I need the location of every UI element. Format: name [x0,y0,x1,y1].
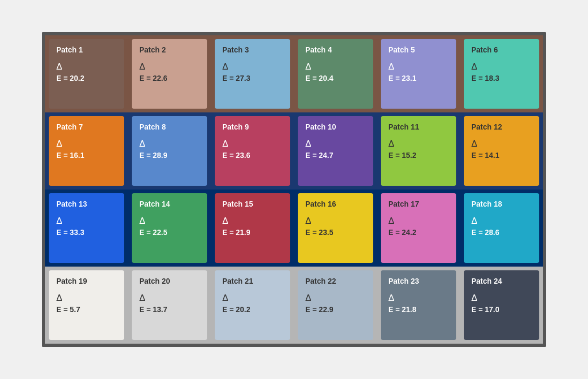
patch-card-20: Patch 20ΔE = 13.7 [132,270,207,340]
patch-name-12: Patch 12 [471,123,532,131]
patch-energy-9: E = 23.6 [222,151,283,160]
patch-name-23: Patch 23 [388,277,449,285]
patch-energy-23: E = 21.8 [388,305,449,314]
patch-cell-20: Patch 20ΔE = 13.7 [128,267,211,344]
patch-cell-17: Patch 17ΔE = 24.2 [377,190,460,267]
patch-card-22: Patch 22ΔE = 22.9 [298,270,373,340]
patch-card-7: Patch 7ΔE = 16.1 [49,116,124,186]
patch-cell-21: Patch 21ΔE = 20.2 [211,267,294,344]
patch-energy-12: E = 14.1 [471,151,532,160]
patch-row-4: Patch 19ΔE = 5.7Patch 20ΔE = 13.7Patch 2… [45,267,543,344]
patch-card-19: Patch 19ΔE = 5.7 [49,270,124,340]
patch-name-19: Patch 19 [56,277,117,285]
patch-energy-10: E = 24.7 [305,151,366,160]
patch-energy-6: E = 18.3 [471,74,532,82]
patch-delta-17: Δ [388,216,449,226]
patch-card-18: Patch 18ΔE = 28.6 [464,193,539,263]
patch-delta-9: Δ [222,139,283,149]
patch-card-1: Patch 1ΔE = 20.2 [49,39,124,109]
patch-delta-12: Δ [471,139,532,149]
patch-delta-6: Δ [471,62,532,72]
patch-energy-20: E = 13.7 [139,305,200,314]
patch-cell-2: Patch 2ΔE = 22.6 [128,35,211,112]
patch-cell-22: Patch 22ΔE = 22.9 [294,267,377,344]
patch-name-6: Patch 6 [471,46,532,54]
patch-delta-11: Δ [388,139,449,149]
patch-delta-21: Δ [222,293,283,304]
patch-cell-15: Patch 15ΔE = 21.9 [211,190,294,267]
patch-energy-15: E = 21.9 [222,228,283,237]
patch-name-17: Patch 17 [388,200,449,208]
patch-card-5: Patch 5ΔE = 23.1 [381,39,456,109]
patch-energy-17: E = 24.2 [388,228,449,237]
patch-card-11: Patch 11ΔE = 15.2 [381,116,456,186]
patch-cell-14: Patch 14ΔE = 22.5 [128,190,211,267]
patch-energy-5: E = 23.1 [388,74,449,82]
patch-name-24: Patch 24 [471,277,532,285]
patch-cell-11: Patch 11ΔE = 15.2 [377,112,460,190]
patch-cell-19: Patch 19ΔE = 5.7 [45,267,128,344]
patch-row-2: Patch 7ΔE = 16.1Patch 8ΔE = 28.9Patch 9Δ… [45,112,543,190]
patch-delta-4: Δ [305,62,366,72]
patch-row-1: Patch 1ΔE = 20.2Patch 2ΔE = 22.6Patch 3Δ… [45,35,543,112]
patch-card-2: Patch 2ΔE = 22.6 [132,39,207,109]
patch-card-14: Patch 14ΔE = 22.5 [132,193,207,263]
patch-name-3: Patch 3 [222,46,283,54]
patch-cell-23: Patch 23ΔE = 21.8 [377,267,460,344]
patch-energy-16: E = 23.5 [305,228,366,237]
patch-name-10: Patch 10 [305,123,366,131]
patch-card-16: Patch 16ΔE = 23.5 [298,193,373,263]
patch-cell-7: Patch 7ΔE = 16.1 [45,112,128,190]
patch-name-7: Patch 7 [56,123,117,131]
patch-name-14: Patch 14 [139,200,200,208]
patch-delta-24: Δ [471,293,532,304]
patch-cell-18: Patch 18ΔE = 28.6 [460,190,543,267]
patch-name-11: Patch 11 [388,123,449,131]
patch-delta-2: Δ [139,62,200,72]
patch-name-22: Patch 22 [305,277,366,285]
patch-delta-3: Δ [222,62,283,72]
patch-delta-13: Δ [56,216,117,226]
patch-row-3: Patch 13ΔE = 33.3Patch 14ΔE = 22.5Patch … [45,190,543,267]
patch-name-2: Patch 2 [139,46,200,54]
patch-card-15: Patch 15ΔE = 21.9 [215,193,290,263]
patch-cell-13: Patch 13ΔE = 33.3 [45,190,128,267]
patch-card-3: Patch 3ΔE = 27.3 [215,39,290,109]
patch-delta-22: Δ [305,293,366,304]
patch-cell-9: Patch 9ΔE = 23.6 [211,112,294,190]
patch-delta-7: Δ [56,139,117,149]
patch-name-18: Patch 18 [471,200,532,208]
patch-cell-4: Patch 4ΔE = 20.4 [294,35,377,112]
patch-name-21: Patch 21 [222,277,283,285]
patch-cell-24: Patch 24ΔE = 17.0 [460,267,543,344]
patch-name-15: Patch 15 [222,200,283,208]
patch-cell-8: Patch 8ΔE = 28.9 [128,112,211,190]
patch-name-20: Patch 20 [139,277,200,285]
patch-card-10: Patch 10ΔE = 24.7 [298,116,373,186]
patch-name-1: Patch 1 [56,46,117,54]
patch-card-21: Patch 21ΔE = 20.2 [215,270,290,340]
patch-energy-4: E = 20.4 [305,74,366,82]
patch-cell-1: Patch 1ΔE = 20.2 [45,35,128,112]
patch-card-23: Patch 23ΔE = 21.8 [381,270,456,340]
patch-card-24: Patch 24ΔE = 17.0 [464,270,539,340]
patch-card-9: Patch 9ΔE = 23.6 [215,116,290,186]
patch-cell-12: Patch 12ΔE = 14.1 [460,112,543,190]
patch-energy-19: E = 5.7 [56,305,117,314]
patch-delta-10: Δ [305,139,366,149]
patch-name-4: Patch 4 [305,46,366,54]
patch-cell-16: Patch 16ΔE = 23.5 [294,190,377,267]
patch-delta-20: Δ [139,293,200,304]
patch-cell-6: Patch 6ΔE = 18.3 [460,35,543,112]
patch-delta-16: Δ [305,216,366,226]
patch-delta-19: Δ [56,293,117,304]
patch-grid: Patch 1ΔE = 20.2Patch 2ΔE = 22.6Patch 3Δ… [42,32,546,347]
patch-cell-3: Patch 3ΔE = 27.3 [211,35,294,112]
patch-energy-11: E = 15.2 [388,151,449,160]
patch-energy-2: E = 22.6 [139,74,200,82]
patch-card-6: Patch 6ΔE = 18.3 [464,39,539,109]
patch-delta-1: Δ [56,62,117,72]
patch-energy-22: E = 22.9 [305,305,366,314]
patch-card-8: Patch 8ΔE = 28.9 [132,116,207,186]
patch-energy-3: E = 27.3 [222,74,283,82]
